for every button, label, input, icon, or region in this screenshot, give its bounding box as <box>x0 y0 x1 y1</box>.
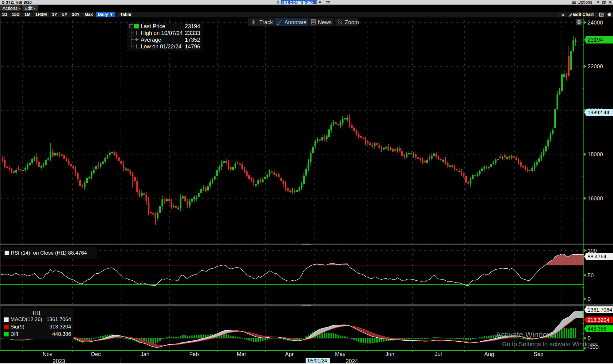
svg-text:Activate Windows: Activate Windows <box>496 330 556 339</box>
svg-text:May: May <box>335 351 345 357</box>
svg-text:News: News <box>318 19 332 25</box>
svg-text:Feb: Feb <box>189 351 199 357</box>
svg-text:913.3204: 913.3204 <box>49 324 71 330</box>
svg-text:Jan: Jan <box>140 351 149 357</box>
svg-text:0: 0 <box>588 335 591 341</box>
svg-text:Jun: Jun <box>385 351 394 357</box>
svg-text:Apr: Apr <box>285 351 294 357</box>
svg-text:18000: 18000 <box>588 151 603 157</box>
svg-text:19892.44: 19892.44 <box>588 110 609 116</box>
svg-text:23194: 23194 <box>185 23 200 29</box>
svg-text:HI1: HI1 <box>33 310 41 316</box>
svg-text:Average: Average <box>141 37 161 43</box>
svg-text:High on 10/07/24: High on 10/07/24 <box>141 30 183 36</box>
svg-text:MACD(12,26): MACD(12,26) <box>10 317 42 322</box>
svg-text:Go to Settings to activate Win: Go to Settings to activate Windows. <box>502 341 599 347</box>
svg-text:16000: 16000 <box>588 195 603 202</box>
svg-text:1361.7064: 1361.7064 <box>47 317 71 322</box>
svg-text:Nov: Nov <box>43 351 52 357</box>
svg-text:448.386: 448.386 <box>588 326 606 332</box>
svg-text:Last Price: Last Price <box>141 23 165 29</box>
svg-text:1361.7064: 1361.7064 <box>588 307 612 313</box>
svg-text:Zoom: Zoom <box>345 19 359 25</box>
svg-text:Annotate: Annotate <box>284 19 306 25</box>
svg-text:14796: 14796 <box>185 44 200 50</box>
svg-text:88.4764: 88.4764 <box>588 254 606 260</box>
svg-text:24000: 24000 <box>588 20 603 26</box>
svg-text:Sep: Sep <box>534 351 543 357</box>
svg-text:23333: 23333 <box>185 30 200 36</box>
svg-text:100: 100 <box>588 248 597 254</box>
svg-text:Track: Track <box>259 19 273 25</box>
svg-text:2023: 2023 <box>53 358 65 364</box>
svg-text:23194: 23194 <box>588 37 603 43</box>
svg-text:RSI (14) on Close (HI1) 88.47: RSI (14) on Close (HI1) 88.4764 <box>11 250 87 256</box>
svg-text:Sig(9): Sig(9) <box>10 324 24 330</box>
svg-text:Diff: Diff <box>10 331 18 337</box>
svg-text:Dec: Dec <box>91 351 101 357</box>
svg-text:HI1 COMB Index: HI1 COMB Index <box>282 0 314 5</box>
svg-text:22000: 22000 <box>588 63 603 70</box>
svg-text:50: 50 <box>588 272 594 279</box>
svg-text:Low on 01/22/24: Low on 01/22/24 <box>141 44 181 50</box>
svg-text:-500: -500 <box>588 344 599 350</box>
svg-text:2024: 2024 <box>346 358 358 364</box>
svg-text:Jul: Jul <box>435 351 442 357</box>
svg-text:913.3204: 913.3204 <box>588 317 609 323</box>
svg-text:448.386: 448.386 <box>52 331 71 337</box>
svg-text:Aug: Aug <box>484 351 494 357</box>
svg-text:17352: 17352 <box>185 37 200 43</box>
svg-text:0: 0 <box>588 296 591 302</box>
svg-text:Mar: Mar <box>237 351 246 357</box>
svg-text:Options: Options <box>577 0 592 5</box>
svg-text:05/01/24: 05/01/24 <box>308 358 327 363</box>
